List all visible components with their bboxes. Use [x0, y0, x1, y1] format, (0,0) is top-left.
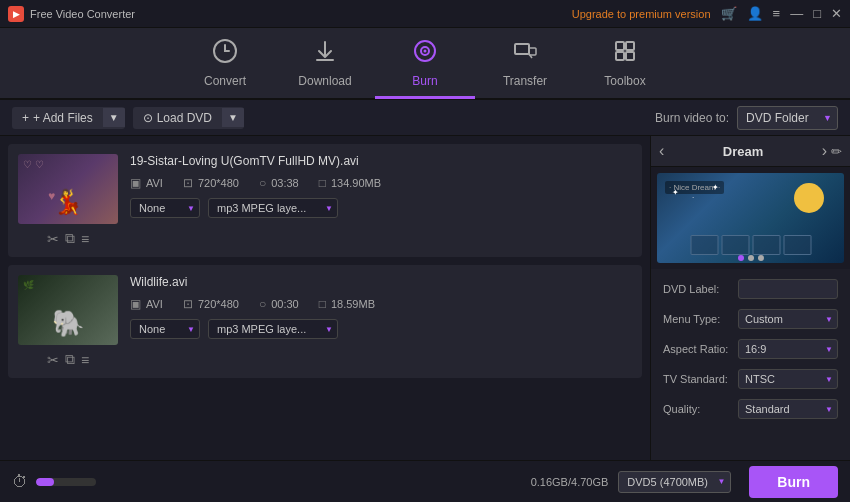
convert-icon: [212, 38, 238, 70]
maximize-button[interactable]: □: [813, 6, 821, 21]
subtitle-select-2[interactable]: NoneSRTASS: [130, 319, 200, 339]
burn-to-select[interactable]: DVD Folder DVD Disc ISO File: [737, 106, 838, 130]
file-item-1: ♡ ♡ 💃 ♥ ✂ ⧉ ≡ 19-Sistar-Loving U(GomTV F…: [8, 144, 642, 257]
quality-selector[interactable]: StandardHighLow: [738, 399, 838, 419]
theme-next-button[interactable]: ›: [822, 142, 827, 160]
load-dvd-button[interactable]: ⊙ Load DVD: [133, 107, 222, 129]
nav-burn[interactable]: Burn: [375, 27, 475, 99]
app-logo: ▶: [8, 6, 24, 22]
minimize-button[interactable]: —: [790, 6, 803, 21]
nav-transfer[interactable]: Transfer: [475, 27, 575, 99]
menu-button-2[interactable]: ≡: [81, 351, 89, 368]
format-icon-1: ▣: [130, 176, 141, 190]
nav-download[interactable]: Download: [275, 27, 375, 99]
svg-rect-8: [616, 42, 624, 50]
load-dvd-arrow[interactable]: ▼: [222, 108, 244, 127]
titlebar-menu-icon[interactable]: ≡: [773, 6, 781, 21]
titlebar-cart-icon: 🛒: [721, 6, 737, 21]
aspect-ratio-select[interactable]: 16:94:3: [738, 339, 838, 359]
dvd-label-value: [738, 279, 838, 299]
burn-button[interactable]: Burn: [749, 466, 838, 498]
quality-row: Quality: StandardHighLow: [663, 399, 838, 419]
menu-type-selector[interactable]: CustomNoneDefault: [738, 309, 838, 329]
star-3: ✦: [712, 183, 719, 192]
file-info-1: 19-Sistar-Loving U(GomTV FullHD MV).avi …: [130, 154, 632, 218]
clock-icon-1: ○: [259, 176, 266, 190]
meta-format-1: ▣ AVI: [130, 176, 163, 190]
menu-button-1[interactable]: ≡: [81, 230, 89, 247]
file-options-1: NoneSRTASS mp3 MPEG laye...AACAC3: [130, 198, 632, 218]
upgrade-link[interactable]: Upgrade to premium version: [572, 8, 711, 20]
resolution-icon-2: ⊡: [183, 297, 193, 311]
preview-filmstrip: [690, 235, 811, 255]
nav-toolbox-label: Toolbox: [604, 74, 645, 88]
dvd-label-input[interactable]: [738, 279, 838, 299]
file-meta-1: ▣ AVI ⊡ 720*480 ○ 03:38 □ 134.90MB: [130, 176, 632, 190]
disk-info: 0.16GB/4.70GB: [531, 476, 609, 488]
star-1: ✦: [672, 188, 679, 197]
file-info-2: Wildlife.avi ▣ AVI ⊡ 720*480 ○ 00:30: [130, 275, 632, 339]
add-files-dropdown[interactable]: + + Add Files ▼: [12, 107, 125, 129]
nav-convert[interactable]: Convert: [175, 27, 275, 99]
preview-moon: [794, 183, 824, 213]
load-dvd-label: Load DVD: [157, 111, 212, 125]
star-2: ·: [692, 193, 694, 202]
audio-selector-1[interactable]: mp3 MPEG laye...AACAC3: [208, 198, 338, 218]
right-panel: ‹ Dream › ✏ · Nice Dream · ✦ · ✦: [650, 136, 850, 460]
theme-edit-button[interactable]: ✏: [831, 144, 842, 159]
dvd-label-row: DVD Label:: [663, 279, 838, 299]
file-thumb-1: ♡ ♡ 💃 ♥: [18, 154, 118, 224]
theme-prev-button[interactable]: ‹: [659, 142, 664, 160]
disk-type-selector[interactable]: DVD5 (4700MB) DVD9 (8500MB): [618, 471, 731, 493]
svg-rect-10: [616, 52, 624, 60]
copy-button-2[interactable]: ⧉: [65, 351, 75, 368]
nav-burn-label: Burn: [412, 74, 437, 88]
format-icon-2: ▣: [130, 297, 141, 311]
plus-icon: +: [22, 111, 29, 125]
cut-button-2[interactable]: ✂: [47, 351, 59, 368]
file-name-1: 19-Sistar-Loving U(GomTV FullHD MV).avi: [130, 154, 632, 168]
theme-nav: ‹ Dream › ✏: [651, 136, 850, 167]
close-button[interactable]: ✕: [831, 6, 842, 21]
copy-button-1[interactable]: ⧉: [65, 230, 75, 247]
audio-select-1[interactable]: mp3 MPEG laye...AACAC3: [208, 198, 338, 218]
burn-to-selector[interactable]: DVD Folder DVD Disc ISO File: [737, 106, 838, 130]
file-options-2: NoneSRTASS mp3 MPEG laye...AACAC3: [130, 319, 632, 339]
dot-3[interactable]: [758, 255, 764, 261]
main-content: ♡ ♡ 💃 ♥ ✂ ⧉ ≡ 19-Sistar-Loving U(GomTV F…: [0, 136, 850, 460]
file-controls-2: ✂ ⧉ ≡: [47, 351, 89, 368]
dot-2[interactable]: [748, 255, 754, 261]
quality-select[interactable]: StandardHighLow: [738, 399, 838, 419]
tv-standard-row: TV Standard: NTSCPAL: [663, 369, 838, 389]
audio-select-2[interactable]: mp3 MPEG laye...AACAC3: [208, 319, 338, 339]
file-item-2: 🐘 🌿 ✂ ⧉ ≡ Wildlife.avi ▣ AVI: [8, 265, 642, 378]
nav-download-label: Download: [298, 74, 351, 88]
menu-type-select[interactable]: CustomNoneDefault: [738, 309, 838, 329]
file-thumb-2: 🐘 🌿: [18, 275, 118, 345]
tv-standard-selector[interactable]: NTSCPAL: [738, 369, 838, 389]
svg-rect-11: [626, 52, 634, 60]
subtitle-selector-1[interactable]: NoneSRTASS: [130, 198, 200, 218]
preview-dots: [738, 255, 764, 261]
nav-toolbox[interactable]: Toolbox: [575, 27, 675, 99]
meta-duration-2: ○ 00:30: [259, 297, 299, 311]
title-bar-right: Upgrade to premium version 🛒 👤 ≡ — □ ✕: [572, 6, 842, 21]
cut-button-1[interactable]: ✂: [47, 230, 59, 247]
tv-standard-select[interactable]: NTSCPAL: [738, 369, 838, 389]
subtitle-selector-2[interactable]: NoneSRTASS: [130, 319, 200, 339]
add-files-button[interactable]: + + Add Files: [12, 107, 103, 129]
disk-type-select[interactable]: DVD5 (4700MB) DVD9 (8500MB): [618, 471, 731, 493]
menu-type-row: Menu Type: CustomNoneDefault: [663, 309, 838, 329]
subtitle-select-1[interactable]: NoneSRTASS: [130, 198, 200, 218]
aspect-ratio-selector[interactable]: 16:94:3: [738, 339, 838, 359]
load-dvd-dropdown[interactable]: ⊙ Load DVD ▼: [133, 107, 244, 129]
filmstrip-cell-3: [752, 235, 780, 255]
toolbox-icon: [612, 38, 638, 70]
dot-1[interactable]: [738, 255, 744, 261]
transfer-icon: [512, 38, 538, 70]
add-files-arrow[interactable]: ▼: [103, 108, 125, 127]
clock-icon-2: ○: [259, 297, 266, 311]
audio-selector-2[interactable]: mp3 MPEG laye...AACAC3: [208, 319, 338, 339]
toolbar: + + Add Files ▼ ⊙ Load DVD ▼ Burn video …: [0, 100, 850, 136]
meta-format-2: ▣ AVI: [130, 297, 163, 311]
